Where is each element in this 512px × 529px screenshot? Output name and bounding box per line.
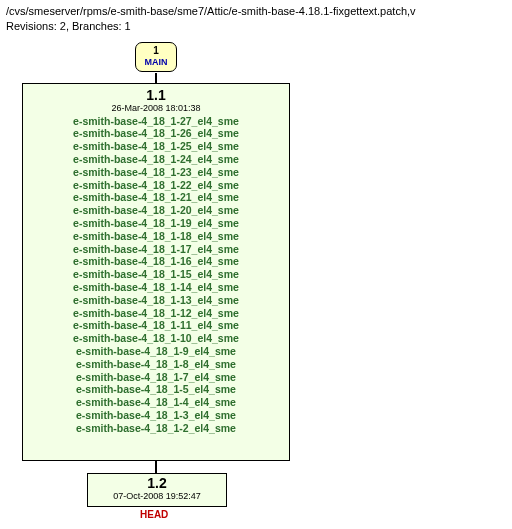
graph-canvas: 1 MAIN 1.1 26-Mar-2008 18:01:38 e-smith-…	[0, 36, 512, 529]
revisions-summary: Revisions: 2, Branches: 1	[6, 19, 506, 34]
revision-node-1-1[interactable]: 1.1 26-Mar-2008 18:01:38 e-smith-base-4_…	[22, 83, 290, 461]
revision-tag: e-smith-base-4_18_1-4_el4_sme	[76, 396, 236, 409]
header: /cvs/smeserver/rpms/e-smith-base/sme7/At…	[0, 0, 512, 36]
revision-tag: e-smith-base-4_18_1-14_el4_sme	[73, 281, 239, 294]
revision-tag: e-smith-base-4_18_1-7_el4_sme	[76, 371, 236, 384]
revision-tag: e-smith-base-4_18_1-9_el4_sme	[76, 345, 236, 358]
head-label: HEAD	[140, 509, 168, 520]
revision-tags: e-smith-base-4_18_1-27_el4_smee-smith-ba…	[31, 115, 281, 435]
revision-tag: e-smith-base-4_18_1-8_el4_sme	[76, 358, 236, 371]
revision-tag: e-smith-base-4_18_1-23_el4_sme	[73, 166, 239, 179]
revision-node-1-2[interactable]: 1.2 07-Oct-2008 19:52:47	[87, 473, 227, 507]
revision-tag: e-smith-base-4_18_1-22_el4_sme	[73, 179, 239, 192]
file-path: /cvs/smeserver/rpms/e-smith-base/sme7/At…	[6, 4, 506, 19]
revision-tag: e-smith-base-4_18_1-3_el4_sme	[76, 409, 236, 422]
revision-tag: e-smith-base-4_18_1-17_el4_sme	[73, 243, 239, 256]
revision-tag: e-smith-base-4_18_1-12_el4_sme	[73, 307, 239, 320]
revision-date: 26-Mar-2008 18:01:38	[31, 103, 281, 114]
revision-tag: e-smith-base-4_18_1-25_el4_sme	[73, 140, 239, 153]
revision-tag: e-smith-base-4_18_1-10_el4_sme	[73, 332, 239, 345]
branch-label: MAIN	[136, 57, 176, 68]
revision-tag: e-smith-base-4_18_1-2_el4_sme	[76, 422, 236, 435]
revision-tag: e-smith-base-4_18_1-5_el4_sme	[76, 383, 236, 396]
revision-tag: e-smith-base-4_18_1-21_el4_sme	[73, 191, 239, 204]
revision-tag: e-smith-base-4_18_1-18_el4_sme	[73, 230, 239, 243]
revision-tag: e-smith-base-4_18_1-26_el4_sme	[73, 127, 239, 140]
revision-tag: e-smith-base-4_18_1-20_el4_sme	[73, 204, 239, 217]
revision-date: 07-Oct-2008 19:52:47	[88, 491, 226, 502]
revision-version: 1.2	[88, 476, 226, 491]
revision-tag: e-smith-base-4_18_1-15_el4_sme	[73, 268, 239, 281]
connector-line	[155, 461, 157, 473]
branch-index: 1	[136, 45, 176, 57]
revision-tag: e-smith-base-4_18_1-13_el4_sme	[73, 294, 239, 307]
revision-tag: e-smith-base-4_18_1-11_el4_sme	[73, 319, 239, 332]
branch-node-main[interactable]: 1 MAIN	[135, 42, 177, 72]
revision-tag: e-smith-base-4_18_1-24_el4_sme	[73, 153, 239, 166]
revision-tag: e-smith-base-4_18_1-19_el4_sme	[73, 217, 239, 230]
revision-version: 1.1	[31, 87, 281, 103]
revision-tag: e-smith-base-4_18_1-27_el4_sme	[73, 115, 239, 128]
connector-line	[155, 73, 157, 83]
revision-tag: e-smith-base-4_18_1-16_el4_sme	[73, 255, 239, 268]
